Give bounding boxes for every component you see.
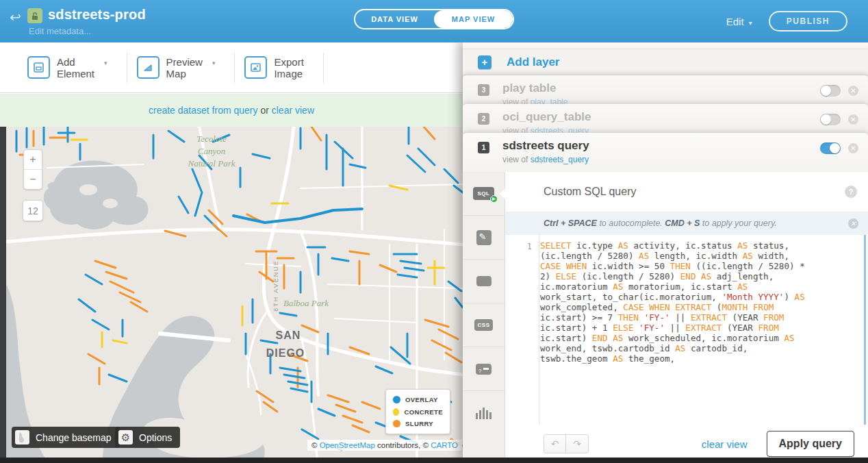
- add-layer-label[interactable]: Add layer: [507, 55, 559, 69]
- line-number: 1: [527, 242, 532, 251]
- help-icon[interactable]: ?: [845, 186, 857, 198]
- edit-dropdown[interactable]: Edit ▾: [726, 16, 752, 27]
- layer-name[interactable]: oci_query_table: [502, 110, 591, 124]
- rail-wizard-tab[interactable]: [463, 216, 505, 260]
- copyright-symbol: ©: [311, 441, 320, 449]
- sql-pane-header: Custom SQL query ?: [505, 172, 868, 212]
- layer-order-badge: 3: [478, 84, 489, 96]
- map-options-button[interactable]: ⚙ Options: [115, 427, 180, 448]
- tab-data-view[interactable]: DATA VIEW: [355, 10, 434, 28]
- add-element-label-1: Add: [57, 56, 94, 68]
- undo-redo-group: ↶ ↷: [544, 434, 589, 453]
- options-label: Options: [139, 432, 172, 443]
- left-edge-strip: [0, 127, 6, 463]
- sql-hint-text: Ctrl + SPACE to autocomplete. CMD + S to…: [544, 218, 848, 228]
- contributors-text: contributors, ©: [375, 441, 431, 449]
- undo-button[interactable]: ↶: [544, 434, 566, 453]
- layer-close-icon[interactable]: ✕: [848, 114, 858, 125]
- header-bar: ↩ sdstreets-prod Edit metadata... DATA V…: [0, 0, 868, 42]
- layer-view-of: view of sdstreets_query: [502, 155, 589, 164]
- edit-metadata-link[interactable]: Edit metadata...: [29, 26, 91, 36]
- speech-bubble-icon: [476, 276, 492, 286]
- layer-card[interactable]: 1sdstreets queryview of sdstreets_query✕: [463, 133, 868, 172]
- rail-infowindow-tab[interactable]: [463, 260, 505, 303]
- export-image-button[interactable]: ExportImage: [244, 56, 313, 79]
- code-editor[interactable]: 1 SELECT ic.type AS activity, ic.status …: [505, 235, 868, 425]
- sql-code-text[interactable]: SELECT ic.type AS activity, ic.status AS…: [540, 240, 863, 364]
- zoom-level-indicator: 12: [23, 200, 43, 221]
- sql-icon: SQL▶: [473, 187, 494, 200]
- layer-close-icon[interactable]: ✕: [848, 143, 858, 153]
- layer-card[interactable]: 3play tableview of play_table✕: [463, 75, 868, 104]
- toolbar-divider: [127, 53, 127, 83]
- layer-visibility-toggle[interactable]: [820, 85, 841, 97]
- view-table-link[interactable]: sdstreets_query: [531, 126, 589, 133]
- layer-name[interactable]: sdstreets query: [502, 139, 589, 153]
- header-right: Edit ▾ PUBLISH: [726, 0, 847, 42]
- svg-text:6TH AVENUE: 6TH AVENUE: [272, 260, 279, 311]
- sql-module: SQL▶ CSS Custom SQL query ? Ctrl + SPACE…: [463, 172, 868, 463]
- apply-query-button[interactable]: Apply query: [767, 431, 854, 457]
- view-toggle: DATA VIEW MAP VIEW: [354, 9, 514, 29]
- sql-applied-dot-icon: ▶: [490, 195, 498, 203]
- view-table-link[interactable]: sdstreets_query: [531, 155, 589, 164]
- css-icon: CSS: [474, 319, 493, 331]
- chevron-down-icon: ▾: [749, 19, 752, 27]
- carto-link[interactable]: CARTO: [431, 441, 458, 449]
- layer-name[interactable]: play table: [502, 82, 556, 95]
- lock-glyph: [31, 12, 39, 21]
- legend-label: OVERLAY: [405, 396, 438, 403]
- create-dataset-link[interactable]: create dataset from query: [149, 105, 258, 116]
- add-layer-row: + Add layer: [463, 49, 868, 75]
- sql-hint-bar: Ctrl + SPACE to autocomplete. CMD + S to…: [505, 212, 868, 235]
- layer-close-icon[interactable]: ✕: [848, 86, 858, 96]
- sql-pane-title: Custom SQL query: [544, 186, 845, 198]
- preview-map-label-1: Preview: [166, 56, 203, 68]
- rail-legend-tab[interactable]: [463, 347, 505, 391]
- legend-editor-icon: [476, 364, 492, 375]
- gear-icon: ⚙: [118, 430, 133, 445]
- preview-map-button[interactable]: PreviewMap ▾: [137, 56, 225, 79]
- chevron-down-icon[interactable]: ▾: [104, 60, 107, 66]
- chevron-down-icon[interactable]: ▾: [212, 60, 216, 66]
- rail-sql-tab[interactable]: SQL▶: [463, 172, 505, 216]
- zoom-out-button[interactable]: −: [24, 170, 42, 189]
- rail-css-tab[interactable]: CSS: [463, 303, 505, 347]
- view-of-text: view of: [502, 155, 531, 164]
- paintbrush-icon: [476, 230, 492, 245]
- legend-dot-icon: [393, 420, 400, 427]
- clear-view-link[interactable]: clear view: [272, 105, 314, 116]
- layer-order-badge: 1: [478, 142, 489, 153]
- privacy-lock-icon[interactable]: [27, 8, 42, 23]
- layer-visibility-toggle[interactable]: [820, 142, 841, 154]
- add-element-icon: [27, 56, 50, 79]
- map-canvas[interactable]: TecoloteCanyonNatural ParkBalboa ParkSAN…: [0, 127, 463, 463]
- publish-button[interactable]: PUBLISH: [769, 11, 847, 32]
- rail-histogram-tab[interactable]: [463, 391, 505, 435]
- toolbar-divider: [323, 53, 324, 83]
- layer-card[interactable]: 2oci_query_tableview of sdstreets_query✕: [463, 104, 868, 133]
- app-window: ↩ sdstreets-prod Edit metadata... DATA V…: [0, 0, 868, 463]
- close-icon[interactable]: ✕: [848, 218, 858, 229]
- change-basemap-button[interactable]: Change basemap: [12, 427, 120, 448]
- page-title[interactable]: sdstreets-prod: [48, 7, 146, 23]
- clear-view-link[interactable]: clear view: [702, 438, 748, 450]
- editor-scrollbar[interactable]: [864, 235, 866, 425]
- view-of-text: view of: [502, 126, 531, 133]
- tab-map-view[interactable]: MAP VIEW: [434, 10, 513, 28]
- osm-link[interactable]: OpenStreetMap: [320, 441, 375, 449]
- legend-item: OVERLAY: [393, 396, 443, 403]
- layer-visibility-toggle[interactable]: [820, 114, 841, 125]
- layer-view-of: view of sdstreets_query: [502, 126, 589, 133]
- view-table-link[interactable]: play_table: [531, 97, 568, 104]
- back-arrow-icon[interactable]: ↩: [10, 10, 21, 24]
- zoom-in-button[interactable]: +: [24, 150, 42, 170]
- redo-button[interactable]: ↷: [566, 434, 589, 453]
- svg-text:Tecolote: Tecolote: [196, 134, 227, 144]
- add-element-label-2: Element: [57, 68, 94, 79]
- add-element-button[interactable]: AddElement ▾: [27, 56, 117, 79]
- preview-map-icon: [137, 56, 159, 79]
- legend-label: SLURRY: [405, 420, 433, 427]
- add-layer-button[interactable]: +: [478, 55, 492, 69]
- layer-order-badge: 2: [478, 113, 489, 125]
